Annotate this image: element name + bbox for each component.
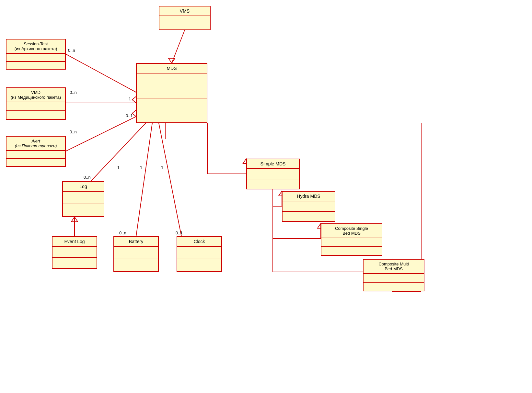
label-0n-alert: 0..n xyxy=(70,129,77,134)
label-0n-log: 0..n xyxy=(84,175,91,180)
log-s1 xyxy=(63,192,104,204)
composite-multi-box: Composite Multi Bed MDS xyxy=(363,259,424,291)
alert-box: Alert (из Пакета тревоги) xyxy=(6,136,66,167)
mds-box: MDS xyxy=(136,63,207,123)
svg-line-7 xyxy=(91,123,146,181)
label-01-alert: 0..1 xyxy=(126,113,133,118)
vms-label: VMS xyxy=(159,6,210,16)
session-test-s1 xyxy=(6,54,65,62)
clock-label: Clock xyxy=(177,237,221,247)
session-test-box: Session-Test (из Архивного пакета) xyxy=(6,39,66,70)
simple-mds-label: Simple MDS xyxy=(247,159,299,169)
event-log-s1 xyxy=(52,247,97,258)
composite-single-label: Composite Single Bed MDS xyxy=(321,224,382,238)
vmd-box: VMD (из Медицинского пакета) xyxy=(6,87,66,120)
simple-mds-s1 xyxy=(247,169,299,179)
hydra-mds-box: Hydra MDS xyxy=(282,191,335,222)
battery-s1 xyxy=(114,247,158,259)
event-log-label: Event Log xyxy=(52,237,97,247)
composite-single-s1 xyxy=(321,238,382,247)
mds-label: MDS xyxy=(137,64,207,73)
event-log-box: Event Log xyxy=(52,236,97,269)
session-test-s2 xyxy=(6,62,65,69)
label-0n-vmd: 0..n xyxy=(70,90,77,95)
alert-s1 xyxy=(6,151,65,159)
diagram-container: VMS MDS Session-Test (из Архивного пакет… xyxy=(0,0,532,393)
composite-multi-s2 xyxy=(364,283,424,291)
simple-mds-box: Simple MDS xyxy=(246,159,300,189)
log-label: Log xyxy=(63,182,104,192)
label-1-battery: 1 xyxy=(117,165,120,170)
label-1-vmd: 1 xyxy=(129,96,131,101)
label-1-middle: 1 xyxy=(140,165,142,170)
mds-section2 xyxy=(137,98,207,123)
session-test-label: Session-Test (из Архивного пакета) xyxy=(6,39,65,54)
svg-marker-15 xyxy=(71,217,78,222)
hydra-mds-s1 xyxy=(283,201,335,212)
clock-s1 xyxy=(177,247,221,259)
battery-label: Battery xyxy=(114,237,158,247)
svg-marker-1 xyxy=(168,58,175,63)
event-log-s2 xyxy=(52,258,97,268)
battery-box: Battery xyxy=(113,236,159,272)
composite-single-s2 xyxy=(321,247,382,255)
label-0n-battery-mds: 0..n xyxy=(119,230,126,235)
clock-s2 xyxy=(177,259,221,271)
svg-line-0 xyxy=(172,30,185,63)
simple-mds-s2 xyxy=(247,179,299,189)
vmd-s2 xyxy=(6,111,65,119)
vmd-s1 xyxy=(6,102,65,111)
clock-box: Clock xyxy=(177,236,222,272)
alert-s2 xyxy=(6,159,65,166)
mds-section1 xyxy=(137,73,207,98)
svg-line-2 xyxy=(66,54,136,92)
label-01-clock-mds: 0..1 xyxy=(176,230,183,235)
composite-multi-s1 xyxy=(364,274,424,283)
vms-section1 xyxy=(159,16,210,29)
svg-line-9 xyxy=(159,123,181,236)
vmd-label: VMD (из Медицинского пакета) xyxy=(6,88,65,102)
composite-single-box: Composite Single Bed MDS xyxy=(321,223,382,256)
svg-line-8 xyxy=(136,123,152,236)
battery-s2 xyxy=(114,259,158,271)
vms-box: VMS xyxy=(159,6,211,30)
log-box: Log xyxy=(62,181,104,217)
hydra-mds-s2 xyxy=(283,212,335,221)
label-1-clock: 1 xyxy=(161,165,163,170)
label-0n-session: 0..n xyxy=(68,48,75,53)
composite-multi-label: Composite Multi Bed MDS xyxy=(364,260,424,274)
hydra-mds-label: Hydra MDS xyxy=(283,192,335,201)
log-s2 xyxy=(63,204,104,216)
alert-label: Alert (из Пакета тревоги) xyxy=(6,137,65,151)
